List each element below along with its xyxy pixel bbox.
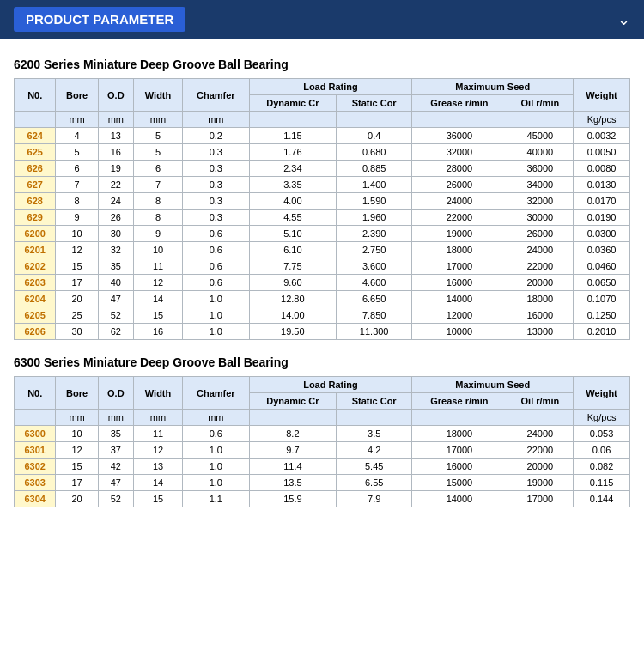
td-dynamic: 8.2 xyxy=(249,426,336,442)
table-row: 629 9 26 8 0.3 4.55 1.960 22000 30000 0.… xyxy=(15,210,630,226)
td-grease: 14000 xyxy=(412,291,507,307)
th-grease: Grease r/min xyxy=(412,95,507,112)
td-weight-unit: Kg/pcs xyxy=(574,410,630,426)
table-row: 6202 15 35 11 0.6 7.75 3.600 17000 22000… xyxy=(15,258,630,275)
th-loadrating: Load Rating xyxy=(249,377,412,393)
td-dynamic: 7.75 xyxy=(249,258,336,275)
td-oil: 40000 xyxy=(507,144,574,161)
th-grease: Grease r/min xyxy=(412,393,507,410)
td-chamfer: 1.0 xyxy=(183,324,250,340)
td-width: 14 xyxy=(134,291,183,307)
td-od: 35 xyxy=(98,426,133,442)
td-grease: 22000 xyxy=(412,210,507,226)
td-dynamic: 9.7 xyxy=(249,442,336,459)
td-width: 12 xyxy=(134,442,183,459)
td-chamfer: 0.6 xyxy=(183,226,250,242)
th-static: Static Cor xyxy=(337,393,412,410)
th-dynamic: Dynamic Cr xyxy=(249,95,336,112)
th-dynamic: Dynamic Cr xyxy=(249,393,336,410)
td-dynamic: 9.60 xyxy=(249,275,336,291)
th-no: N0. xyxy=(15,79,56,112)
td-no: 6204 xyxy=(15,291,56,307)
td-width: 15 xyxy=(134,491,183,507)
chevron-down-icon[interactable]: ⌄ xyxy=(617,10,630,29)
td-grease: 28000 xyxy=(412,161,507,177)
td-width: 11 xyxy=(134,426,183,442)
td-oil: 34000 xyxy=(507,177,574,193)
td-weight: 0.06 xyxy=(574,442,630,459)
th-static: Static Cor xyxy=(337,95,412,112)
td-static: 2.390 xyxy=(337,226,412,242)
td-chamfer: 0.6 xyxy=(183,258,250,275)
td-weight: 0.0460 xyxy=(574,258,630,275)
table-row: 627 7 22 7 0.3 3.35 1.400 26000 34000 0.… xyxy=(15,177,630,193)
td-chamfer: 0.3 xyxy=(183,210,250,226)
td-oil-unit xyxy=(507,112,574,128)
td-bore: 17 xyxy=(56,275,98,291)
table-row: 624 4 13 5 0.2 1.15 0.4 36000 45000 0.00… xyxy=(15,128,630,144)
th-chamfer: Chamfer xyxy=(183,377,250,410)
td-bore: 20 xyxy=(56,291,98,307)
td-bore: 8 xyxy=(56,193,98,210)
td-static: 5.45 xyxy=(337,459,412,475)
td-od-unit: mm xyxy=(98,410,133,426)
td-od-unit: mm xyxy=(98,112,133,128)
td-oil: 20000 xyxy=(507,459,574,475)
td-no: 628 xyxy=(15,193,56,210)
td-static: 2.750 xyxy=(337,242,412,258)
th-width: Width xyxy=(134,79,183,112)
td-grease: 26000 xyxy=(412,177,507,193)
td-dynamic: 4.00 xyxy=(249,193,336,210)
td-weight: 0.144 xyxy=(574,491,630,507)
td-no-label xyxy=(15,410,56,426)
td-oil: 32000 xyxy=(507,193,574,210)
table-row: 6204 20 47 14 1.0 12.80 6.650 14000 1800… xyxy=(15,291,630,307)
td-no: 6301 xyxy=(15,442,56,459)
td-oil: 20000 xyxy=(507,275,574,291)
table-row: 6203 17 40 12 0.6 9.60 4.600 16000 20000… xyxy=(15,275,630,291)
td-bore: 12 xyxy=(56,242,98,258)
th-od: O.D xyxy=(98,377,133,410)
td-od: 52 xyxy=(98,307,133,324)
td-weight: 0.0032 xyxy=(574,128,630,144)
th-weight: Weight xyxy=(574,377,630,410)
td-od: 47 xyxy=(98,475,133,491)
td-weight: 0.1070 xyxy=(574,291,630,307)
section1-table: N0. Bore O.D Width Chamfer Load Rating M… xyxy=(14,78,630,340)
td-width: 12 xyxy=(134,275,183,291)
th-weight: Weight xyxy=(574,79,630,112)
td-bore: 7 xyxy=(56,177,98,193)
table-row: 6200 10 30 9 0.6 5.10 2.390 19000 26000 … xyxy=(15,226,630,242)
td-chamfer: 0.3 xyxy=(183,161,250,177)
td-grease: 17000 xyxy=(412,442,507,459)
td-od: 30 xyxy=(98,226,133,242)
td-grease: 32000 xyxy=(412,144,507,161)
td-width: 14 xyxy=(134,475,183,491)
td-bore: 4 xyxy=(56,128,98,144)
td-dynamic-unit xyxy=(249,112,336,128)
td-static: 4.600 xyxy=(337,275,412,291)
td-no: 6200 xyxy=(15,226,56,242)
product-parameter-title: PRODUCT PARAMETER xyxy=(14,7,185,32)
td-oil: 16000 xyxy=(507,307,574,324)
th-loadrating: Load Rating xyxy=(249,79,412,95)
td-grease-unit xyxy=(412,410,507,426)
td-bore: 17 xyxy=(56,475,98,491)
td-dynamic: 13.5 xyxy=(249,475,336,491)
td-od: 24 xyxy=(98,193,133,210)
td-oil: 36000 xyxy=(507,161,574,177)
td-static: 11.300 xyxy=(337,324,412,340)
th-maxseed: Maximuum Seed xyxy=(412,377,574,393)
td-grease: 16000 xyxy=(412,459,507,475)
td-no: 6203 xyxy=(15,275,56,291)
td-static: 3.5 xyxy=(337,426,412,442)
td-chamfer: 1.1 xyxy=(183,491,250,507)
section2-table: N0. Bore O.D Width Chamfer Load Rating M… xyxy=(14,376,630,507)
td-no-label xyxy=(15,112,56,128)
td-static-unit xyxy=(337,112,412,128)
td-no: 627 xyxy=(15,177,56,193)
td-od: 52 xyxy=(98,491,133,507)
th-width: Width xyxy=(134,377,183,410)
th-od: O.D xyxy=(98,79,133,112)
td-bore: 30 xyxy=(56,324,98,340)
